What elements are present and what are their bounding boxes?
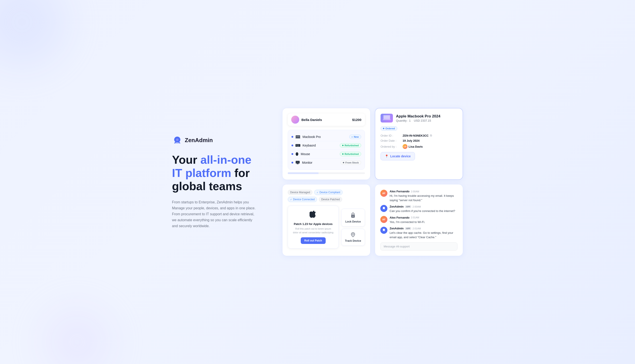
chat-text-2: Yes, I'm connected to Wi-Fi. [390,220,425,224]
tag-device-managed: Device Managed [288,190,312,195]
svg-rect-1 [296,136,300,138]
device-list: Macbook Pro New [288,130,365,170]
svg-rect-2 [295,138,300,138]
logo-icon [172,135,183,146]
device-dot-4 [291,162,293,164]
track-device-button[interactable]: Track Device [341,229,365,246]
svg-point-23 [352,233,354,235]
chat-input-placeholder: Message #it-support [384,245,410,248]
logo-area: ZenAdmin [172,135,265,146]
device-name-keyboard: Keybaord [303,144,316,147]
tag-device-connected: Device Connected [288,197,317,202]
order-date-label: Order Date : [381,139,403,142]
tag-device-patched: Device Patched [319,197,342,202]
progress-bar [288,172,365,174]
order-title: Apple Macbook Pro 2024 [396,114,440,118]
bg-decoration-1 [0,0,66,66]
card-device: Device Managed Device Compliant Device C… [282,184,370,256]
svg-rect-6 [298,144,298,145]
chat-text-1: Can you confirm if you're connected to t… [390,209,455,213]
device-name-macbook: Macbook Pro [303,135,321,138]
progress-fill [288,172,319,174]
chat-msg-0: AF Alex Fernando 2:00AM Hi, I'm having t… [380,190,457,202]
track-icon [345,232,361,238]
device-dot-2 [291,144,293,146]
svg-rect-9 [297,146,298,146]
lock-device-label: Lock Device [345,220,361,223]
badge-ordered: Ordered [381,126,397,131]
chat-time-2: 2:01AM [411,216,419,219]
ordered-by-value: Lisa Davis [409,145,423,148]
action-buttons: Lock Device Track Device [341,206,365,248]
chat-time-3: 2:01AM [412,227,421,230]
badge-stock: From Stock [340,160,361,165]
bg-decoration-2 [44,309,110,364]
chat-msg-2: AF Alex Fernando 2:01AM Yes, I'm connect… [380,216,457,224]
macbook-thumbnail [381,114,393,122]
svg-rect-17 [297,164,299,164]
macbook-thumb-icon [383,115,391,121]
hero-description: From startups to Enterprise, ZenAdmin he… [172,199,256,229]
device-name-mouse: Mouse [301,152,310,156]
apple-icon [310,210,317,218]
svg-rect-8 [296,146,297,146]
device-item-macbook: Macbook Pro New [291,133,361,141]
svg-rect-10 [298,146,299,146]
chat-time-1: 2:00AM [412,205,421,208]
device-dot [291,136,293,138]
patch-title: Patch 1.23 for Apple devices [292,222,334,226]
order-header: Apple Macbook Pro 2024 Quantity : 1 USD … [381,114,457,122]
ordered-by-row: Ordered by : LD Lisa Davis [381,144,457,149]
svg-rect-20 [383,120,391,120]
badge-refurbished-1: Refurbished [340,143,361,148]
device-name-monitor: Monitor [302,161,312,164]
track-device-label: Track Device [345,239,361,242]
badge-refurbished-2: Refurbished [340,152,361,156]
locate-icon: 📍 [385,154,388,158]
order-id-value: ZEN-IN-N3NEK3CC [403,134,429,137]
device-item-keyboard: Keybaord Refurbished [291,141,361,150]
chat-text-3: Let's clear the app cache. Go to setting… [390,231,457,239]
left-section: ZenAdmin Your all-in-one IT platform for… [172,135,265,229]
device-dot-3 [291,153,293,155]
user-row: Bella Daniels $1200 [288,114,365,126]
device-panel: Patch 1.23 for Apple devices Roll this p… [288,206,365,248]
order-id-label: Order ID : [381,134,403,137]
order-date-value: 19 July 2024 [403,139,420,142]
alex-avatar-2: AF [380,216,387,223]
chat-sender-0: Alex Fernando [390,190,409,193]
device-item-mouse: Mouse Refurbished [291,150,361,158]
chat-sender-3: ZenAdmin [390,227,404,230]
mouse-icon [295,152,299,156]
patch-desc: Roll this patch out to lorem ipsum dolor… [292,227,334,234]
user-avatar [291,116,299,124]
svg-rect-15 [296,161,299,163]
device-item-monitor: Monitor From Stock [291,158,361,167]
chat-time-0: 2:00AM [411,190,419,193]
page-wrapper: ZenAdmin Your all-in-one IT platform for… [159,99,476,265]
patch-card: Patch 1.23 for Apple devices Roll this p… [288,206,339,248]
chat-sender-2: Alex Fernando [390,216,409,219]
card-procurement: Bella Daniels $1200 Macbook Pro [282,108,370,180]
chat-app-badge-1: APP [405,205,411,208]
chat-messages: AF Alex Fernando 2:00AM Hi, I'm having t… [380,190,457,239]
chat-sender-1: ZenAdmin [390,205,404,208]
zen-avatar-3 [380,227,387,234]
chat-app-badge-3: APP [405,227,411,230]
logo-text: ZenAdmin [185,137,213,144]
alex-avatar-0: AF [380,190,387,197]
copy-icon[interactable]: ⧉ [430,134,432,137]
roll-out-patch-button[interactable]: Roll out Patch [301,237,326,244]
svg-rect-5 [297,144,297,145]
right-section: Bella Daniels $1200 Macbook Pro [282,108,463,256]
hero-title-plain: Your [172,153,200,166]
chat-text-0: Hi, I'm having trouble accessing my emai… [390,194,457,202]
tag-device-compliant: Device Compliant [314,190,343,195]
badge-new: New [349,135,361,139]
lock-device-button[interactable]: Lock Device [341,209,365,226]
locate-device-button[interactable]: 📍 Locate device [381,152,415,160]
lock-icon [345,212,361,219]
svg-rect-19 [384,116,390,119]
apple-logo-icon [292,210,334,220]
chat-input[interactable]: Message #it-support [380,242,457,250]
